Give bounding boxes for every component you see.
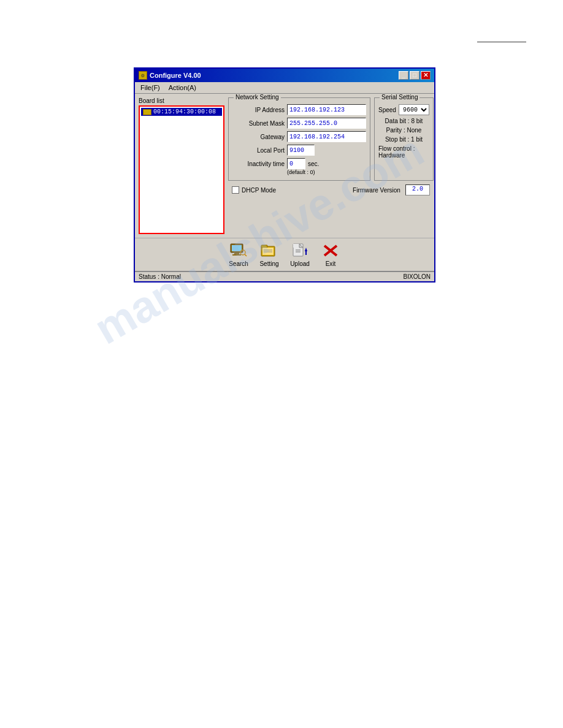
ip-address-label: IP Address bbox=[232, 107, 285, 113]
setting-label: Setting bbox=[259, 260, 278, 267]
toolbar: Search Setting bbox=[135, 238, 434, 271]
bottom-row: DHCP Mode Firmware Version 2.0 bbox=[228, 183, 434, 197]
stop-bit-label: Stop bit : 1 bit bbox=[385, 136, 423, 143]
serial-panel: Serial Setting Speed 9600 19200 38400 11… bbox=[374, 97, 434, 181]
svg-rect-2 bbox=[234, 252, 239, 254]
app-icon: ⚙ bbox=[139, 71, 147, 80]
firmware-label: Firmware Version bbox=[353, 187, 400, 194]
title-buttons: _ □ ✕ bbox=[399, 71, 431, 80]
firmware-area: Firmware Version 2.0 bbox=[353, 184, 430, 195]
network-panel: Network Setting IP Address Subnet Mask G… bbox=[228, 97, 370, 181]
board-list-label: Board list bbox=[139, 97, 224, 104]
inactivity-top: Inactivity time sec. bbox=[232, 158, 366, 169]
brand-text: BIXOLON bbox=[404, 273, 431, 280]
local-port-input[interactable] bbox=[287, 145, 315, 156]
subnet-mask-input[interactable] bbox=[287, 118, 366, 129]
status-bar: Status : Normal BIXOLON bbox=[135, 271, 434, 281]
gateway-label: Gateway bbox=[232, 134, 285, 140]
maximize-button[interactable]: □ bbox=[410, 71, 419, 80]
svg-rect-17 bbox=[305, 251, 307, 255]
data-bit-row: Data bit : 8 bit bbox=[378, 118, 429, 124]
dhcp-check: DHCP Mode bbox=[232, 186, 276, 194]
window-title: Configure V4.00 bbox=[150, 72, 201, 79]
flow-control-row: Flow control : Hardware bbox=[378, 145, 429, 159]
inactivity-label: Inactivity time bbox=[232, 161, 285, 167]
svg-rect-1 bbox=[232, 245, 242, 251]
title-bar-left: ⚙ Configure V4.00 bbox=[139, 71, 201, 80]
search-icon bbox=[229, 242, 248, 259]
exit-label: Exit bbox=[326, 260, 336, 267]
close-button[interactable]: ✕ bbox=[421, 71, 431, 80]
svg-rect-12 bbox=[293, 244, 299, 248]
upload-icon bbox=[290, 242, 310, 259]
svg-rect-8 bbox=[262, 248, 274, 255]
setting-button[interactable]: Setting bbox=[257, 241, 282, 268]
gateway-row: Gateway bbox=[232, 131, 366, 142]
status-text: Status : Normal bbox=[139, 273, 181, 280]
flow-control-label: Flow control : Hardware bbox=[378, 145, 429, 159]
network-panel-title: Network Setting bbox=[234, 94, 281, 100]
speed-label: Speed bbox=[378, 107, 396, 113]
menu-bar: File(F) Action(A) bbox=[135, 82, 434, 94]
setting-icon bbox=[259, 242, 279, 259]
exit-button[interactable]: Exit bbox=[318, 241, 343, 268]
board-list-item[interactable]: 00:15:94:30:00:08 bbox=[141, 108, 222, 116]
upload-button[interactable]: Upload bbox=[288, 241, 312, 268]
inactivity-unit: sec. bbox=[308, 161, 319, 167]
dhcp-label: DHCP Mode bbox=[242, 187, 276, 194]
menu-action[interactable]: Action(A) bbox=[167, 83, 198, 92]
board-list-panel: Board list 00:15:94:30:00:08 bbox=[139, 97, 224, 234]
subnet-mask-label: Subnet Mask bbox=[232, 120, 285, 127]
exit-icon bbox=[321, 242, 340, 259]
speed-select[interactable]: 9600 19200 38400 115200 bbox=[399, 104, 429, 115]
serial-panel-title: Serial Setting bbox=[380, 94, 419, 100]
search-label: Search bbox=[229, 260, 248, 267]
minimize-button[interactable]: _ bbox=[399, 71, 408, 80]
top-line bbox=[477, 42, 526, 42]
local-port-label: Local Port bbox=[232, 147, 285, 154]
board-item-icon bbox=[143, 109, 151, 115]
svg-marker-16 bbox=[305, 248, 307, 251]
parity-row: Parity : None bbox=[378, 127, 429, 134]
search-button[interactable]: Search bbox=[226, 241, 251, 268]
speed-row: Speed 9600 19200 38400 115200 bbox=[378, 104, 429, 115]
inactivity-input[interactable] bbox=[287, 158, 305, 169]
settings-row: Network Setting IP Address Subnet Mask G… bbox=[228, 97, 434, 181]
upload-label: Upload bbox=[290, 260, 310, 267]
local-port-row: Local Port bbox=[232, 145, 366, 156]
stop-bit-row: Stop bit : 1 bit bbox=[378, 136, 429, 143]
configure-window: ⚙ Configure V4.00 _ □ ✕ File(F) Action(A… bbox=[134, 67, 435, 282]
board-list-box[interactable]: 00:15:94:30:00:08 bbox=[139, 105, 224, 234]
data-bit-label: Data bit : 8 bit bbox=[385, 118, 423, 124]
title-bar: ⚙ Configure V4.00 _ □ ✕ bbox=[135, 69, 434, 82]
firmware-value: 2.0 bbox=[405, 184, 430, 195]
gateway-input[interactable] bbox=[287, 131, 366, 142]
subnet-mask-row: Subnet Mask bbox=[232, 118, 366, 129]
inactivity-row: Inactivity time sec. (default : 0) bbox=[232, 158, 366, 175]
menu-file[interactable]: File(F) bbox=[139, 83, 162, 92]
board-item-mac: 00:15:94:30:00:08 bbox=[153, 108, 216, 115]
ip-address-input[interactable] bbox=[287, 104, 366, 115]
parity-label: Parity : None bbox=[386, 127, 422, 134]
svg-line-5 bbox=[245, 254, 247, 256]
inactivity-default: (default : 0) bbox=[287, 169, 366, 175]
right-panels: Network Setting IP Address Subnet Mask G… bbox=[228, 97, 434, 234]
svg-rect-3 bbox=[232, 254, 241, 256]
svg-rect-7 bbox=[261, 245, 267, 248]
dhcp-checkbox[interactable] bbox=[232, 186, 239, 194]
content-area: Board list 00:15:94:30:00:08 Network Set… bbox=[135, 94, 434, 238]
ip-address-row: IP Address bbox=[232, 104, 366, 115]
